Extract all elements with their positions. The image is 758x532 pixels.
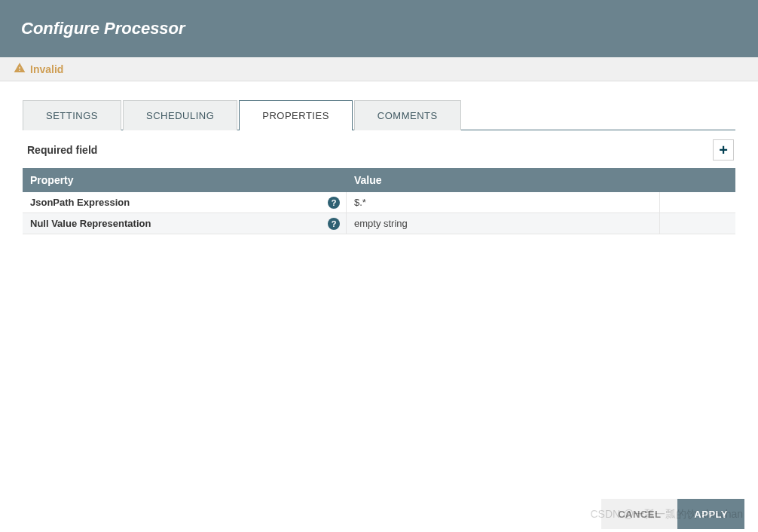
help-icon[interactable]: ? — [328, 197, 340, 209]
status-bar: Invalid — [0, 57, 758, 81]
row-actions — [660, 192, 735, 212]
cancel-button[interactable]: CANCEL — [601, 499, 677, 529]
required-field-label: Required field — [27, 144, 97, 156]
header-property: Property — [23, 174, 347, 186]
subheader-row: Required field + — [23, 130, 735, 168]
header-value: Value — [347, 174, 660, 186]
status-text: Invalid — [30, 63, 63, 75]
help-icon[interactable]: ? — [328, 218, 340, 230]
warning-icon — [14, 62, 26, 76]
value-cell[interactable]: $.* — [347, 192, 660, 212]
property-name: Null Value Representation — [30, 218, 151, 229]
tab-settings[interactable]: SETTINGS — [23, 100, 121, 130]
dialog-header: Configure Processor — [0, 0, 758, 57]
table-body: JsonPath Expression?$.*Null Value Repres… — [23, 192, 735, 234]
property-name: JsonPath Expression — [30, 197, 130, 208]
add-property-button[interactable]: + — [713, 139, 734, 161]
dialog-footer: CANCEL APPLY — [0, 496, 758, 532]
dialog-title: Configure Processor — [21, 19, 185, 38]
property-cell: Null Value Representation? — [23, 213, 347, 234]
plus-icon: + — [719, 142, 728, 159]
row-actions — [660, 213, 735, 234]
apply-button[interactable]: APPLY — [677, 499, 744, 529]
value-cell[interactable]: empty string — [347, 213, 660, 234]
property-cell: JsonPath Expression? — [23, 192, 347, 212]
tab-properties[interactable]: PROPERTIES — [239, 100, 353, 130]
tab-list: SETTINGS SCHEDULING PROPERTIES COMMENTS — [23, 99, 735, 130]
table-header: Property Value — [23, 168, 735, 192]
table-row[interactable]: Null Value Representation?empty string — [23, 213, 735, 234]
table-row[interactable]: JsonPath Expression?$.* — [23, 192, 735, 213]
content: SETTINGS SCHEDULING PROPERTIES COMMENTS … — [0, 81, 758, 234]
tab-comments[interactable]: COMMENTS — [354, 100, 461, 130]
tab-scheduling[interactable]: SCHEDULING — [123, 100, 237, 130]
